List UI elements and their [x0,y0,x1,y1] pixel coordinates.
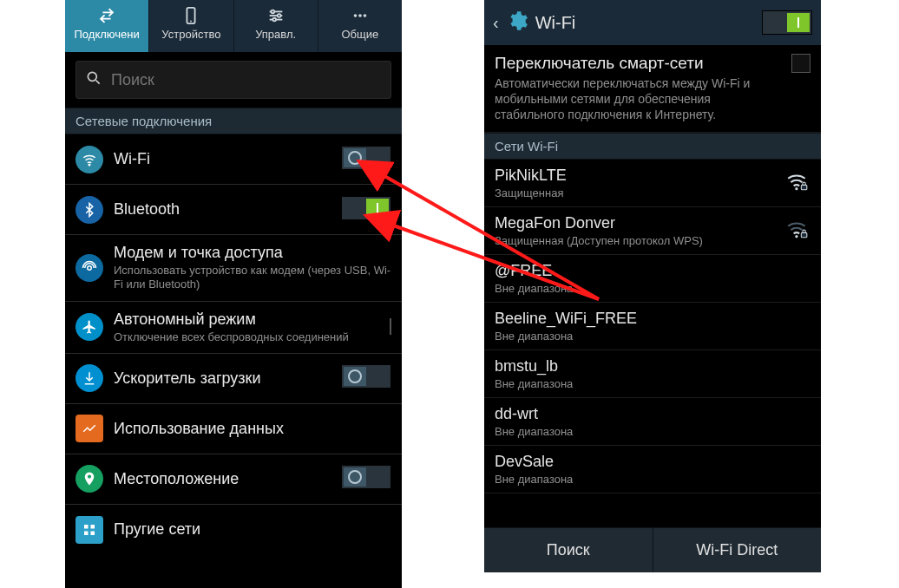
svg-rect-22 [801,232,807,237]
more-icon [75,516,103,544]
wifi-icon [75,146,103,173]
wifi-header: ‹ Wi-Fi [484,0,821,45]
search-icon [85,69,102,90]
svg-point-5 [271,10,274,14]
network-name: bmstu_lb [495,357,810,376]
search-input[interactable] [111,71,382,89]
location-icon [75,465,103,493]
row-title: Использование данных [114,420,391,438]
network-status: Вне диапазона [495,282,810,295]
bluetooth-toggle[interactable] [341,196,391,220]
booster-toggle[interactable] [341,364,391,389]
tab-connections[interactable]: Подключени [65,0,149,52]
row-title: Автономный режим [114,310,379,329]
network-name: PikNikLTE [495,167,784,185]
wifi-signal-icon [784,170,810,196]
network-item[interactable]: bmstu_lbВне диапазона [484,350,821,398]
svg-point-6 [277,14,280,17]
tab-controls[interactable]: Управл. [234,0,318,52]
svg-point-9 [358,14,362,17]
smart-switch-title: Переключатель смарт-сети [495,54,783,73]
network-name: Beeline_WiFi_FREE [495,310,810,328]
scan-button[interactable]: Поиск [484,528,653,572]
row-airplane[interactable]: Автономный режим Отключение всех беспров… [65,302,402,354]
svg-point-11 [88,72,96,81]
network-name: @FREE [495,262,810,280]
svg-point-8 [354,14,358,17]
wifi-signal-icon [784,218,810,244]
svg-point-19 [795,187,797,190]
tab-label: Устройство [149,28,233,41]
row-title: Модем и точка доступа [114,244,391,262]
svg-point-1 [190,21,192,23]
wifi-screen: ‹ Wi-Fi Переключатель смарт-сети Автомат… [484,0,821,572]
hotspot-icon [75,254,103,282]
tab-label: Общие [318,28,402,41]
svg-point-10 [364,14,367,17]
tab-label: Управл. [234,28,318,41]
network-status: Защищенная (Доступен протокол WPS) [495,234,784,247]
top-tabs: Подключени Устройство Управл. Общие [65,0,402,52]
phone-icon [149,5,233,26]
smart-switch-sub: Автоматически переключаться между Wi-Fi … [495,75,783,123]
search-wrap [65,52,402,108]
network-item[interactable]: DevSaleВне диапазона [484,446,821,493]
svg-point-14 [88,266,92,271]
bluetooth-icon [75,196,103,224]
swap-icon [65,5,148,26]
gear-icon [506,10,528,36]
svg-rect-16 [91,525,95,529]
row-title: Пругие сети [114,520,391,539]
search-box[interactable] [75,61,391,99]
network-list: PikNikLTEЗащищеннаяMegaFon DonverЗащищен… [484,160,821,493]
network-item[interactable]: Beeline_WiFi_FREEВне диапазона [484,303,821,350]
network-item[interactable]: MegaFon DonverЗащищенная (Доступен прото… [484,207,821,255]
svg-line-12 [96,81,100,84]
row-more-networks[interactable]: Пругие сети [65,505,402,555]
svg-rect-17 [84,531,89,535]
row-location[interactable]: Местоположение [65,454,402,505]
airplane-icon [75,313,103,341]
network-item[interactable]: @FREEВне диапазона [484,255,821,303]
screen-title: Wi-Fi [535,13,755,33]
network-item[interactable]: PikNikLTEЗащищенная [484,160,821,207]
network-name: dd-wrt [495,405,810,423]
row-bluetooth[interactable]: Bluetooth [65,185,402,235]
wifi-direct-button[interactable]: Wi-Fi Direct [653,528,822,572]
row-subtitle: Отключение всех беспроводных соединений [114,330,379,344]
network-item[interactable]: dd-wrtВне диапазона [484,398,821,446]
network-name: MegaFon Donver [495,214,784,232]
svg-rect-18 [91,531,95,535]
row-data-usage[interactable]: Использование данных [65,404,402,454]
row-download-booster[interactable]: Ускоритель загрузки [65,354,402,404]
data-usage-icon [75,415,103,442]
row-title: Wi-Fi [114,150,331,168]
row-tethering[interactable]: Модем и точка доступа Использовать устро… [65,235,402,302]
network-status: Вне диапазона [495,377,810,390]
network-status: Вне диапазона [495,330,810,343]
back-button[interactable]: ‹ [493,13,499,33]
download-icon [75,364,103,392]
network-status: Вне диапазона [495,425,810,438]
tab-device[interactable]: Устройство [149,0,233,52]
row-title: Местоположение [114,470,331,488]
airplane-checkbox[interactable] [390,318,391,335]
bottom-bar: Поиск Wi-Fi Direct [484,527,821,572]
section-header-wifi-networks: Сети Wi-Fi [484,133,821,160]
row-wifi[interactable]: Wi-Fi [65,134,402,185]
network-status: Защищенная [495,186,784,199]
network-name: DevSale [495,453,810,471]
wifi-master-toggle[interactable] [762,10,812,35]
svg-point-21 [795,235,797,238]
svg-rect-15 [84,525,89,529]
tab-label: Подключени [65,28,148,41]
tab-general[interactable]: Общие [318,0,402,52]
section-header-network: Сетевые подключения [65,108,402,134]
smart-switch-checkbox[interactable] [791,54,810,73]
row-title: Ускоритель загрузки [114,369,331,388]
location-toggle[interactable] [341,465,391,489]
settings-screen: Подключени Устройство Управл. Общие [65,0,402,588]
svg-point-13 [89,164,90,166]
wifi-toggle[interactable] [341,146,391,170]
smart-switch-row[interactable]: Переключатель смарт-сети Автоматически п… [484,45,821,133]
